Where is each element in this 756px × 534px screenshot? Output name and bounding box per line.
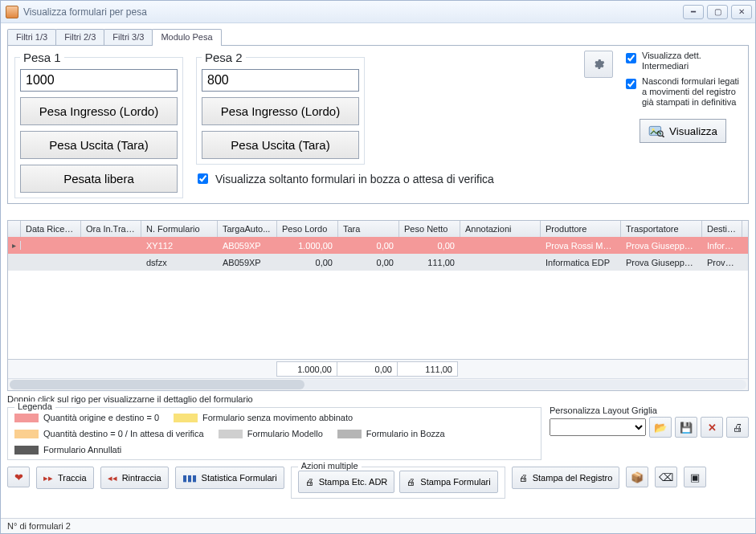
layout-open-button[interactable]: 📂 bbox=[649, 417, 672, 438]
bozza-checkbox[interactable] bbox=[198, 173, 208, 184]
vis-dett-text: Visualizza dett. Intermediari bbox=[642, 51, 743, 71]
eraser-icon: ⌫ bbox=[659, 471, 673, 483]
statistica-button[interactable]: ▮▮▮ Statistica Formulari bbox=[175, 467, 284, 489]
col-tara[interactable]: Tara bbox=[338, 221, 399, 237]
layout-print-button[interactable]: 🖨 bbox=[726, 417, 749, 438]
hint-text: Doppio click sul rigo per visualizzarne … bbox=[7, 394, 749, 404]
table-row[interactable]: dsfzx AB059XP 0,00 0,00 111,00 Informati… bbox=[8, 254, 748, 271]
vis-dett-checkbox[interactable] bbox=[626, 53, 636, 63]
app-icon bbox=[6, 6, 18, 18]
layout-select[interactable] bbox=[550, 418, 646, 436]
cell: Informatica EDP bbox=[541, 258, 621, 267]
pesa1-value[interactable] bbox=[20, 69, 178, 92]
cube-icon: 📦 bbox=[631, 471, 644, 483]
visualizza-label: Visualizza bbox=[669, 125, 717, 137]
grid: Data Ricezi... Ora In.Trasp. N. Formular… bbox=[7, 220, 749, 391]
statistica-label: Statistica Formulari bbox=[202, 473, 277, 483]
legend-item: Quantità destino = 0 / In attesa di veri… bbox=[14, 429, 204, 438]
table-row[interactable]: ▸ XY112 AB059XP 1.000,00 0,00 0,00 Prova… bbox=[8, 237, 748, 254]
tab-filtri-1[interactable]: Filtri 1/3 bbox=[7, 29, 56, 45]
stampa-registro-button[interactable]: 🖨 Stampa del Registro bbox=[512, 467, 620, 489]
settings-button[interactable] bbox=[584, 51, 613, 78]
cell: 0,00 bbox=[338, 258, 399, 267]
pesata-libera-button[interactable]: Pesata libera bbox=[20, 165, 178, 193]
traccia-label: Traccia bbox=[58, 473, 87, 483]
layout-label: Personalizza Layout Griglia bbox=[550, 406, 749, 415]
tab-filtri-3[interactable]: Filtri 3/3 bbox=[104, 29, 153, 45]
legend-box: Legenda Quantità origine e destino = 0Fo… bbox=[7, 407, 541, 460]
pesa2-group: Pesa 2 Pesa Ingresso (Lordo) Pesa Uscita… bbox=[196, 51, 365, 165]
col-ora[interactable]: Ora In.Trasp. bbox=[81, 221, 141, 237]
client-area: Filtri 1/3 Filtri 2/3 Filtri 3/3 Modulo … bbox=[1, 23, 755, 518]
col-trasp[interactable]: Trasportatore bbox=[621, 221, 702, 237]
legend-text: Formulario senza movimento abbinato bbox=[202, 413, 353, 422]
save-disk-button[interactable]: ▣ bbox=[684, 467, 706, 487]
maximize-button[interactable]: ▢ bbox=[707, 5, 728, 19]
col-dest[interactable]: Destinat bbox=[702, 221, 742, 237]
cell: dsfzx bbox=[141, 258, 218, 267]
tab-modulo-pesa[interactable]: Modulo Pesa bbox=[152, 29, 221, 46]
track-right-icon: ▸▸ bbox=[43, 473, 53, 483]
cell: XY112 bbox=[141, 241, 218, 251]
col-nform[interactable]: N. Formulario bbox=[141, 221, 218, 237]
tabs: Filtri 1/3 Filtri 2/3 Filtri 3/3 Modulo … bbox=[7, 28, 749, 45]
grid-body: ▸ XY112 AB059XP 1.000,00 0,00 0,00 Prova… bbox=[8, 237, 748, 359]
svg-line-3 bbox=[662, 136, 664, 137]
tab-filtri-2[interactable]: Filtri 2/3 bbox=[55, 29, 104, 45]
cell: Prova Giuseppe ... bbox=[621, 241, 702, 251]
pesa1-uscita-button[interactable]: Pesa Uscita (Tara) bbox=[20, 131, 178, 159]
col-data[interactable]: Data Ricezi... bbox=[21, 221, 81, 237]
traccia-button[interactable]: ▸▸ Traccia bbox=[36, 467, 94, 489]
bozza-checkbox-text: Visualizza soltanto formulari in bozza o… bbox=[215, 173, 494, 185]
footer-plordo: 1.000,00 bbox=[276, 361, 337, 377]
close-button[interactable]: ✕ bbox=[731, 5, 752, 19]
legend-swatch bbox=[174, 414, 198, 422]
nascondi-checkbox[interactable] bbox=[626, 79, 636, 89]
delete-icon: ✕ bbox=[708, 422, 717, 434]
stampa-formulari-button[interactable]: 🖨 Stampa Formulari bbox=[399, 471, 497, 493]
vis-dett-label[interactable]: Visualizza dett. Intermediari bbox=[623, 51, 743, 71]
erase-button[interactable]: ⌫ bbox=[655, 467, 677, 487]
grid-footer: 1.000,00 0,00 111,00 bbox=[8, 359, 748, 378]
printer-icon: 🖨 bbox=[305, 477, 314, 487]
favorite-button[interactable]: ❤ bbox=[7, 467, 30, 487]
stampa-reg-label: Stampa del Registro bbox=[533, 473, 613, 483]
col-annot[interactable]: Annotazioni bbox=[460, 221, 541, 237]
legend-item: Formulario Annullati bbox=[14, 445, 121, 455]
rintraccia-button[interactable]: ◂◂ Rintraccia bbox=[100, 467, 169, 489]
col-prod[interactable]: Produttore bbox=[541, 221, 621, 237]
box-tool-button[interactable]: 📦 bbox=[626, 467, 648, 487]
stampa-form-label: Stampa Formulari bbox=[420, 477, 490, 487]
cell: Informat bbox=[702, 241, 742, 251]
nascondi-text: Nascondi formulari legati a movimenti de… bbox=[642, 76, 743, 108]
visualizza-button[interactable]: Visualizza bbox=[640, 119, 726, 143]
bozza-checkbox-label[interactable]: Visualizza soltanto formulari in bozza o… bbox=[194, 171, 494, 186]
nascondi-label[interactable]: Nascondi formulari legati a movimenti de… bbox=[623, 76, 743, 108]
legend-swatch bbox=[14, 414, 39, 422]
pesa2-ingresso-button[interactable]: Pesa Ingresso (Lordo) bbox=[202, 97, 359, 125]
legend-swatch bbox=[14, 446, 39, 455]
pesa2-uscita-button[interactable]: Pesa Uscita (Tara) bbox=[202, 131, 359, 159]
pesa1-group: Pesa 1 Pesa Ingresso (Lordo) Pesa Uscita… bbox=[14, 51, 183, 198]
col-plordo[interactable]: Peso Lordo bbox=[277, 221, 338, 237]
magnifier-photo-icon bbox=[648, 124, 664, 137]
col-targa[interactable]: TargaAuto... bbox=[218, 221, 277, 237]
cell: 111,00 bbox=[399, 258, 460, 267]
layout-delete-button[interactable]: ✕ bbox=[701, 417, 723, 438]
col-pnetto[interactable]: Peso Netto bbox=[399, 221, 460, 237]
footer-tara: 0,00 bbox=[337, 361, 398, 377]
legend-swatch bbox=[337, 430, 362, 438]
pesa2-value[interactable] bbox=[202, 69, 359, 92]
legend-swatch bbox=[219, 430, 243, 438]
cell: Prova Giuseppe ... bbox=[621, 258, 702, 267]
horizontal-scrollbar[interactable] bbox=[8, 378, 748, 390]
layout-save-button[interactable]: 💾 bbox=[675, 417, 697, 438]
pesa1-ingresso-button[interactable]: Pesa Ingresso (Lordo) bbox=[20, 97, 178, 125]
minimize-button[interactable]: ━ bbox=[683, 5, 704, 19]
barchart-icon: ▮▮▮ bbox=[182, 473, 197, 483]
stampa-adr-button[interactable]: 🖨 Stampa Etc. ADR bbox=[298, 471, 395, 493]
save-icon: 💾 bbox=[680, 422, 693, 434]
legend-swatch bbox=[14, 430, 39, 438]
cell: 0,00 bbox=[338, 241, 399, 251]
track-left-icon: ◂◂ bbox=[108, 473, 117, 483]
